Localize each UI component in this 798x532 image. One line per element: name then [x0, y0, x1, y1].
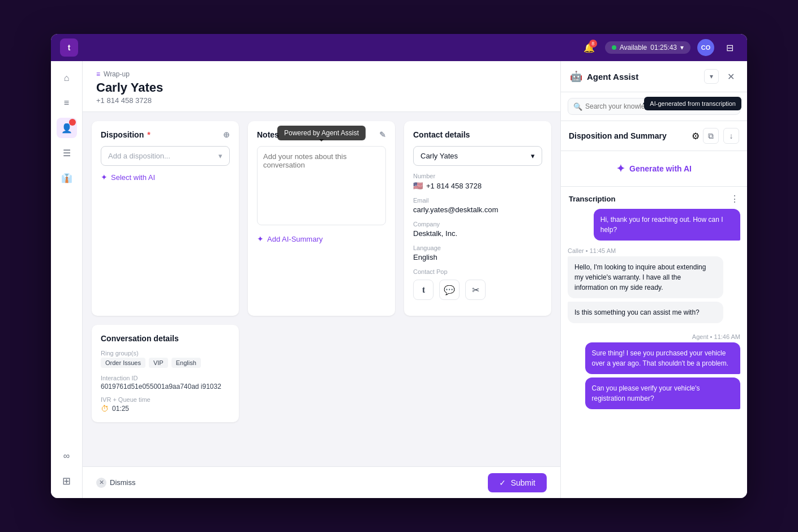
- agent-assist-title: Agent Assist: [587, 72, 700, 81]
- status-label: Available: [620, 44, 647, 52]
- bottom-bar: ✕ Dismiss ✓ Submit: [83, 466, 560, 498]
- caller-label-1: Caller • 11:45 AM: [568, 247, 723, 254]
- dismiss-label: Dismiss: [110, 478, 136, 487]
- wrapup-icon: ≡: [96, 70, 100, 78]
- dismiss-x-icon: ✕: [96, 478, 106, 488]
- notification-badge: 8: [589, 40, 597, 48]
- menu-icon[interactable]: ⊟: [721, 39, 738, 56]
- sidebar-item-tasks[interactable]: ☰: [57, 143, 77, 163]
- company-value: Desktalk, Inc.: [413, 229, 542, 238]
- chevron-down-icon: ▾: [218, 152, 222, 160]
- download-button[interactable]: ↓: [723, 128, 739, 144]
- notes-edit-icon[interactable]: ✎: [379, 130, 386, 139]
- sparkle-icon: ✦: [101, 173, 108, 182]
- message-agent-1: Hi, thank you for reaching out. How can …: [594, 209, 740, 241]
- top-bar-right: 🔔 8 Available 01:25:43 ▾ CO ⊟: [580, 38, 738, 57]
- app-logo[interactable]: t: [60, 38, 78, 57]
- contact-number-field: Number 🇺🇸 +1 814 458 3728: [413, 173, 542, 190]
- required-indicator: *: [147, 130, 150, 139]
- caller-bubble-1: Hello, I'm looking to inquire about exte…: [568, 256, 723, 298]
- transcription-section: Transcription ⋮ Hi, thank you for reachi…: [561, 187, 747, 498]
- ivr-row: ⏱ 01:25: [101, 404, 230, 413]
- agent-assist-close[interactable]: ✕: [723, 69, 738, 84]
- agent-label-1: Agent • 11:46 AM: [585, 333, 741, 340]
- transcription-menu-button[interactable]: ⋮: [730, 194, 739, 204]
- notification-button[interactable]: 🔔 8: [580, 38, 598, 57]
- notes-textarea[interactable]: [257, 146, 386, 225]
- status-time: 01:25:43: [650, 44, 677, 52]
- contact-language-field: Language English: [413, 244, 542, 261]
- disposition-action-buttons: ⧉ ↓: [703, 128, 739, 144]
- disposition-icon[interactable]: ⚙: [692, 131, 700, 141]
- email-value: carly.yates@desktalk.com: [413, 205, 542, 214]
- message-caller-1: Caller • 11:45 AM Hello, I'm looking to …: [568, 247, 723, 327]
- select-ai-label: Select with AI: [111, 173, 155, 182]
- conv-details-title-text: Conversation details: [101, 334, 179, 343]
- sidebar-item-menu[interactable]: ≡: [57, 93, 77, 113]
- avatar[interactable]: CO: [697, 39, 714, 56]
- disposition-placeholder: Add a disposition...: [108, 152, 170, 160]
- message-agent-2: Agent • 11:46 AM Sure thing! I see you p…: [585, 333, 741, 409]
- wrapup-label: ≡ Wrap-up: [96, 70, 547, 78]
- contact-company-field: Company Desktalk, Inc.: [413, 221, 542, 238]
- notes-card-title: Notes ✎: [257, 130, 386, 139]
- generate-label: Generate with AI: [629, 164, 692, 173]
- notes-card: Notes ✎ Powered by Agent Assist ✦ Add AI…: [248, 121, 395, 316]
- add-ai-summary-button[interactable]: ✦ Add AI-Summary: [257, 234, 323, 243]
- search-icon: 🔍: [573, 102, 582, 111]
- cards-area: Disposition * ⊕ Add a disposition... ▾ ✦…: [83, 112, 560, 466]
- transcription-header: Transcription ⋮: [561, 187, 747, 209]
- chevron-down-icon: ▾: [680, 44, 684, 52]
- agent-assist-dropdown[interactable]: ▾: [704, 69, 719, 84]
- sidebar-item-home[interactable]: ⌂: [57, 68, 77, 88]
- conv-details-title: Conversation details: [101, 334, 230, 343]
- select-with-ai-button[interactable]: ✦ Select with AI: [101, 173, 155, 182]
- dismiss-button[interactable]: ✕ Dismiss: [96, 478, 136, 488]
- notes-title-text: Notes: [257, 130, 279, 139]
- tag-english: English: [171, 358, 201, 368]
- sidebar-item-link[interactable]: ∞: [57, 446, 77, 466]
- wrapup-text: Wrap-up: [104, 70, 130, 78]
- ivr-time: 01:25: [112, 405, 129, 413]
- agent-assist-panel: 🤖 Agent Assist ▾ ✕ 🔍 AI-generated from t…: [560, 61, 747, 498]
- ring-groups-label: Ring group(s): [101, 350, 230, 357]
- agent-assist-header: 🤖 Agent Assist ▾ ✕: [561, 61, 747, 92]
- contact-pop-chat-icon[interactable]: 💬: [439, 280, 460, 300]
- sparkle-icon-generate: ✦: [616, 162, 625, 175]
- contact-details-title-text: Contact details: [413, 130, 470, 139]
- tag-vip: VIP: [149, 358, 168, 368]
- contact-dropdown[interactable]: Carly Yates ▾: [413, 146, 542, 166]
- sidebar-item-user[interactable]: 👤: [57, 118, 77, 138]
- agent-bubble-text-2: Sure thing! I see you purchased your veh…: [585, 342, 741, 374]
- wrapup-name: Carly Yates: [96, 80, 547, 95]
- submit-button[interactable]: ✓ Submit: [488, 473, 547, 492]
- status-pill[interactable]: Available 01:25:43 ▾: [605, 41, 690, 54]
- interaction-id-label: Interaction ID: [101, 375, 230, 381]
- copy-button[interactable]: ⧉: [703, 128, 719, 144]
- language-value: English: [413, 253, 542, 261]
- number-text: +1 814 458 3728: [426, 182, 482, 190]
- main-layout: ⌂ ≡ 👤 ☰ 👔 ∞ ⊞ ≡ Wrap-up Carly Yates +1 8…: [51, 61, 747, 498]
- apps-icon[interactable]: ⊞: [57, 471, 77, 491]
- agent-bubble-text-1: Hi, thank you for reaching out. How can …: [594, 209, 740, 241]
- company-label: Company: [413, 221, 542, 228]
- disposition-info-icon[interactable]: ⊕: [223, 130, 230, 139]
- generate-ai-button[interactable]: ✦ Generate with AI: [616, 162, 692, 175]
- disposition-summary-header: Disposition and Summary ⚙ ⧉ ↓: [561, 121, 747, 151]
- wrapup-header: ≡ Wrap-up Carly Yates +1 814 458 3728: [83, 61, 560, 112]
- disposition-dropdown[interactable]: Add a disposition... ▾: [101, 146, 230, 166]
- aa-search-row: 🔍 AI-generated from transcription: [561, 92, 747, 121]
- language-label: Language: [413, 244, 542, 251]
- contact-pop-t-icon[interactable]: 𝐭: [413, 280, 434, 300]
- wrapup-phone: +1 814 458 3728: [96, 96, 547, 105]
- add-ai-label: Add AI-Summary: [267, 235, 323, 243]
- sparkle-icon-notes: ✦: [257, 234, 264, 243]
- sidebar-item-person[interactable]: 👔: [57, 168, 77, 188]
- contact-pop-field: Contact Pop 𝐭 💬 ✂: [413, 268, 542, 300]
- tag-order-issues: Order Issues: [101, 358, 145, 368]
- disposition-summary-title: Disposition and Summary: [569, 131, 688, 140]
- disposition-card: Disposition * ⊕ Add a disposition... ▾ ✦…: [92, 121, 239, 316]
- contact-pop-zendesk-icon[interactable]: ✂: [465, 280, 486, 300]
- interaction-id-value: 6019761d51e055001a9aa740ad i91032: [101, 383, 230, 391]
- user-badge: [69, 119, 76, 126]
